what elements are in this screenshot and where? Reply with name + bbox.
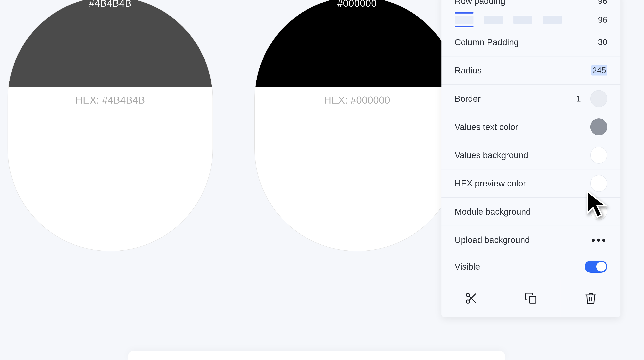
- values-text-color-row: Values text color: [442, 113, 620, 141]
- padding-side-option[interactable]: [543, 16, 562, 24]
- swatch-hex-code: #000000: [337, 0, 377, 9]
- radius-value[interactable]: 245: [591, 65, 607, 75]
- padding-side-option[interactable]: [514, 16, 532, 24]
- radius-row: Radius 245: [442, 56, 620, 85]
- swatch-hex-code: #4B4B4B: [89, 0, 132, 9]
- border-color-chip[interactable]: [590, 90, 607, 107]
- svg-rect-5: [529, 297, 536, 303]
- values-background-label: Values background: [455, 150, 528, 160]
- values-background-chip[interactable]: [590, 147, 607, 164]
- color-swatch: #4B4B4B: [8, 0, 212, 87]
- copy-button[interactable]: [501, 279, 561, 317]
- border-width-value[interactable]: 1: [576, 94, 581, 103]
- column-padding-label: Column Padding: [455, 37, 519, 47]
- color-swatch: #000000: [255, 0, 459, 87]
- values-text-color-label: Values text color: [455, 122, 518, 132]
- row-padding-top-value[interactable]: 96: [598, 0, 607, 6]
- visible-label: Visible: [455, 262, 480, 272]
- radius-label: Radius: [455, 65, 482, 75]
- row-padding-label: Row padding: [455, 0, 505, 6]
- editor-canvas: #4B4B4B HEX: #4B4B4B #000000 HEX: #00000…: [0, 0, 644, 360]
- visible-row: Visible: [442, 254, 620, 279]
- values-text-color-chip[interactable]: [590, 118, 607, 135]
- cut-button[interactable]: [442, 279, 501, 317]
- module-background-chip[interactable]: [590, 203, 607, 220]
- copy-icon: [524, 292, 538, 305]
- hex-preview-color-row: HEX preview color: [442, 169, 620, 198]
- column-padding-row: Column Padding 30: [442, 28, 620, 56]
- values-background-row: Values background: [442, 141, 620, 169]
- hex-preview-color-label: HEX preview color: [455, 178, 526, 188]
- padding-side-selectors: [455, 16, 562, 24]
- visible-toggle[interactable]: [585, 261, 607, 273]
- scissors-icon: [465, 292, 478, 305]
- border-label: Border: [455, 94, 481, 104]
- hex-preview-label: HEX: #000000: [255, 94, 459, 106]
- padding-side-option[interactable]: [484, 16, 503, 24]
- module-background-row: Module background: [442, 198, 620, 226]
- bottom-panel-edge: [128, 351, 505, 360]
- inspector-panel: Row padding 96 96 Column Padding 30 Radi…: [442, 0, 620, 317]
- inspector-actions: [442, 279, 620, 317]
- hex-preview-color-chip[interactable]: [590, 175, 607, 192]
- hex-preview-label: HEX: #4B4B4B: [8, 94, 212, 106]
- padding-side-vertical[interactable]: [455, 16, 474, 24]
- upload-background-label: Upload background: [455, 235, 530, 245]
- color-card[interactable]: #4B4B4B HEX: #4B4B4B: [8, 0, 213, 251]
- border-row: Border 1: [442, 85, 620, 113]
- trash-icon: [584, 292, 597, 305]
- row-padding-control: Row padding 96 96: [442, 0, 620, 28]
- toggle-knob: [596, 262, 606, 272]
- color-card[interactable]: #000000 HEX: #000000: [254, 0, 460, 251]
- module-background-label: Module background: [455, 207, 531, 217]
- upload-background-row: Upload background •••: [442, 226, 620, 254]
- svg-line-4: [469, 296, 471, 298]
- delete-button[interactable]: [561, 279, 620, 317]
- svg-line-3: [472, 300, 476, 303]
- upload-background-more-icon[interactable]: •••: [591, 234, 607, 246]
- row-padding-bottom-value[interactable]: 96: [598, 15, 607, 24]
- column-padding-value[interactable]: 30: [598, 37, 607, 47]
